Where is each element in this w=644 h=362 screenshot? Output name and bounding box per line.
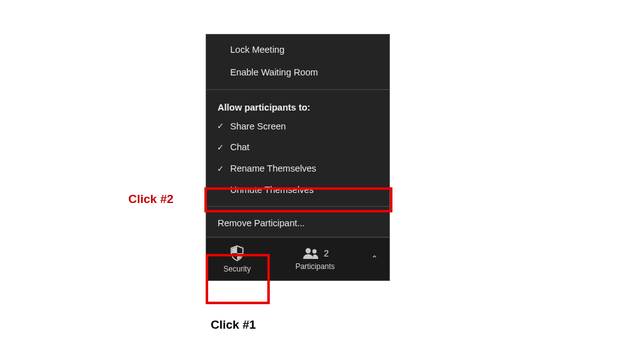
allow-participants-header: Allow participants to: <box>206 95 389 116</box>
menu-divider <box>206 89 389 90</box>
participants-button-label: Participants <box>296 262 335 271</box>
rename-themselves-label: Rename Themselves <box>230 163 316 173</box>
check-icon: ✓ <box>217 121 224 133</box>
people-icon <box>301 247 320 260</box>
share-screen-item[interactable]: ✓ Share Screen <box>206 116 389 138</box>
chevron-up-icon[interactable]: ⌃ <box>371 254 378 263</box>
chat-item[interactable]: ✓ Chat <box>206 137 389 158</box>
shield-icon <box>228 244 246 262</box>
unmute-themselves-label: Unmute Themselves <box>230 185 314 195</box>
annotation-click1-label: Click #1 <box>211 318 256 332</box>
remove-participant-item[interactable]: Remove Participant... <box>206 212 389 237</box>
annotation-click2-label: Click #2 <box>128 192 174 206</box>
participants-top-row: 2 <box>301 247 329 260</box>
meeting-toolbar: Security 2 Participants ⌃ <box>206 238 390 281</box>
security-menu: Lock Meeting Enable Waiting Room Allow p… <box>206 34 390 238</box>
svg-point-1 <box>313 249 317 253</box>
menu-divider <box>206 206 389 207</box>
lock-meeting-item[interactable]: Lock Meeting <box>206 35 389 61</box>
security-button-label: Security <box>223 265 250 273</box>
remove-participant-label: Remove Participant... <box>218 218 305 228</box>
participants-count: 2 <box>324 248 329 258</box>
security-button[interactable]: Security <box>206 238 268 280</box>
participants-button[interactable]: 2 Participants <box>268 238 362 280</box>
check-icon: ✓ <box>217 163 224 175</box>
rename-themselves-item[interactable]: ✓ Rename Themselves <box>206 158 389 180</box>
unmute-themselves-item[interactable]: ✓ Unmute Themselves <box>206 180 389 201</box>
chat-label: Chat <box>230 142 250 152</box>
svg-point-0 <box>306 248 311 253</box>
enable-waiting-room-label: Enable Waiting Room <box>230 67 318 77</box>
check-icon: ✓ <box>217 141 224 154</box>
enable-waiting-room-item[interactable]: Enable Waiting Room <box>206 61 389 84</box>
share-screen-label: Share Screen <box>230 121 286 131</box>
lock-meeting-label: Lock Meeting <box>230 45 284 55</box>
